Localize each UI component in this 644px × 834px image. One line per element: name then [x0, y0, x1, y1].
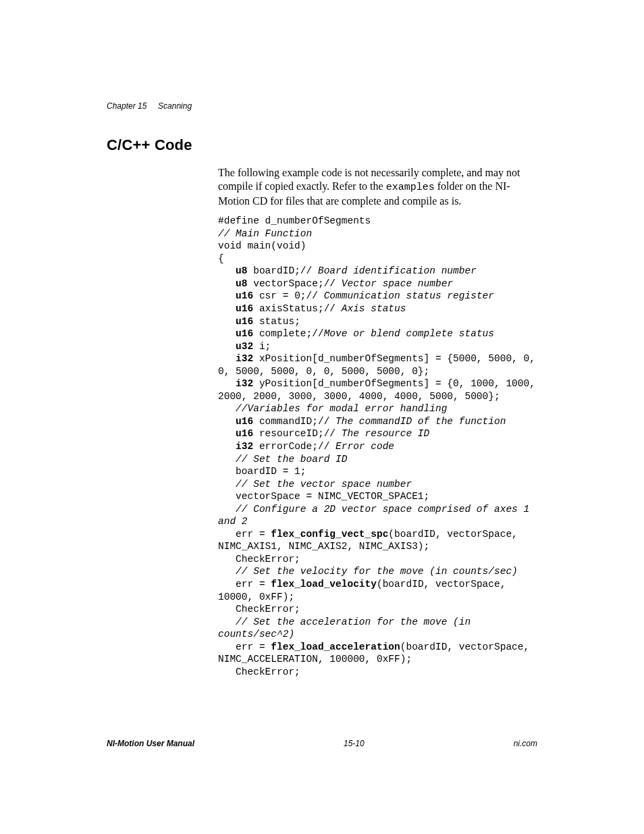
- chapter-title: Scanning: [158, 101, 192, 111]
- code-line: //Variables for modal error handling: [236, 403, 447, 414]
- code-func: flex_config_vect_spc: [271, 529, 388, 540]
- code-type: u16: [236, 428, 253, 439]
- code-type: i32: [236, 378, 253, 389]
- code-listing: #define d_numberOfSegments // Main Funct…: [218, 215, 537, 678]
- code-type: u16: [236, 303, 253, 314]
- intro-paragraph: The following example code is not necess…: [218, 166, 537, 208]
- code-type: i32: [236, 441, 253, 452]
- code-line: // Set the acceleration for the move (in…: [218, 617, 477, 640]
- code-line: // Set the vector space number: [236, 479, 412, 490]
- code-line: CheckError;: [236, 667, 300, 677]
- code-type: u16: [236, 290, 253, 301]
- code-line: // Set the velocity for the move (in cou…: [236, 566, 518, 577]
- code-line: boardID = 1;: [236, 466, 306, 477]
- code-type: u32: [236, 341, 253, 352]
- code-line: // Configure a 2D vector space comprised…: [218, 504, 535, 527]
- code-type: u8: [236, 265, 247, 276]
- code-func: flex_load_acceleration: [271, 642, 400, 652]
- code-type: u16: [236, 328, 253, 339]
- footer-center: 15-10: [344, 739, 365, 748]
- code-line: {: [218, 253, 224, 264]
- page-content: Chapter 15 Scanning C/C++ Code The follo…: [0, 0, 644, 739]
- code-type: u8: [236, 278, 247, 289]
- page-footer: NI-Motion User Manual 15-10 ni.com: [0, 739, 644, 748]
- code-line: CheckError;: [236, 554, 300, 565]
- code-line: void main(void): [218, 240, 306, 251]
- footer-right: ni.com: [514, 739, 537, 748]
- code-line: // Set the board ID: [236, 454, 347, 465]
- code-line: // Main Function: [218, 228, 312, 239]
- code-type: i32: [236, 353, 253, 364]
- code-line: #define d_numberOfSegments: [218, 215, 371, 226]
- chapter-header: Chapter 15 Scanning: [107, 101, 537, 111]
- chapter-label: Chapter 15: [107, 101, 146, 111]
- intro-mono: examples: [386, 182, 435, 193]
- footer-left: NI-Motion User Manual: [107, 739, 194, 748]
- code-type: u16: [236, 416, 253, 427]
- code-type: u16: [236, 316, 253, 327]
- code-line: vectorSpace = NIMC_VECTOR_SPACE1;: [236, 491, 429, 502]
- section-title: C/C++ Code: [107, 136, 537, 154]
- code-func: flex_load_velocity: [271, 579, 377, 590]
- code-line: CheckError;: [236, 604, 300, 615]
